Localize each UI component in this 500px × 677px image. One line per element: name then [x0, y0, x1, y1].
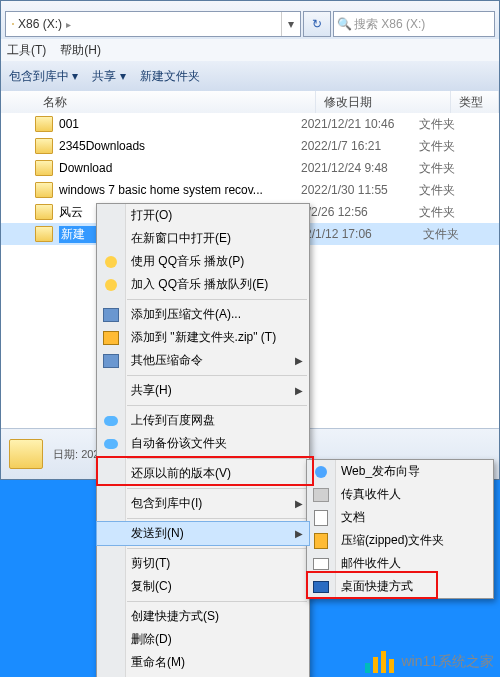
context-menu-item[interactable]: 剪切(T): [97, 552, 309, 575]
submenu-arrow-icon: ▶: [295, 385, 303, 396]
context-menu-item[interactable]: 其他压缩命令▶: [97, 349, 309, 372]
file-row[interactable]: 0012021/12/21 10:46文件夹: [1, 113, 499, 135]
status-date-label: 日期:: [53, 448, 78, 460]
menu-item-label: 自动备份该文件夹: [131, 435, 227, 452]
submenu-arrow-icon: ▶: [295, 528, 303, 539]
column-header-date[interactable]: 修改日期: [316, 91, 451, 113]
folder-icon: [35, 160, 53, 176]
send-to-item[interactable]: 传真收件人: [307, 483, 493, 506]
zipf-icon: [312, 532, 330, 550]
file-type: 文件夹: [423, 226, 499, 243]
menu-item-label: 发送到(N): [131, 525, 184, 542]
menu-item-label: 添加到 "新建文件夹.zip" (T): [131, 329, 276, 346]
file-date: 2/1/12 17:06: [305, 227, 423, 241]
menu-item-label: 打开(O): [131, 207, 172, 224]
submenu-arrow-icon: ▶: [295, 355, 303, 366]
address-history-dropdown[interactable]: ▾: [281, 12, 300, 36]
address-box[interactable]: X86 (X:) ▸ ▾: [5, 11, 301, 37]
folder-icon: [35, 204, 53, 220]
context-menu-item[interactable]: 自动备份该文件夹: [97, 432, 309, 455]
context-menu-item[interactable]: 创建快捷方式(S): [97, 605, 309, 628]
send-to-item[interactable]: Web_发布向导: [307, 460, 493, 483]
menu-separator: [127, 518, 307, 519]
mail-icon: [312, 555, 330, 573]
context-menu-item[interactable]: 添加到压缩文件(A)...: [97, 303, 309, 326]
context-menu-item[interactable]: 上传到百度网盘: [97, 409, 309, 432]
toolbar-new-folder[interactable]: 新建文件夹: [140, 68, 200, 85]
context-menu-item[interactable]: 添加到 "新建文件夹.zip" (T): [97, 326, 309, 349]
file-row[interactable]: windows 7 basic home system recov...2022…: [1, 179, 499, 201]
file-date: 2022/1/30 11:55: [301, 183, 419, 197]
context-menu-item[interactable]: 共享(H)▶: [97, 379, 309, 402]
watermark: win11系统之家: [365, 651, 494, 673]
menu-separator: [127, 405, 307, 406]
menu-separator: [127, 488, 307, 489]
search-input[interactable]: 🔍 搜索 X86 (X:): [333, 11, 495, 37]
submenu-arrow-icon: ▶: [295, 498, 303, 509]
column-header-name[interactable]: 名称: [1, 91, 316, 113]
folder-icon: [35, 182, 53, 198]
context-menu-item[interactable]: 使用 QQ音乐 播放(P): [97, 250, 309, 273]
book-icon: [102, 352, 120, 370]
desk-icon: [312, 578, 330, 596]
menu-item-label: 包含到库中(I): [131, 495, 202, 512]
send-to-item[interactable]: 压缩(zipped)文件夹: [307, 529, 493, 552]
menu-item-label: 在新窗口中打开(E): [131, 230, 231, 247]
folder-icon: [12, 23, 14, 25]
context-menu-item[interactable]: 删除(D): [97, 628, 309, 651]
column-headers: 名称 修改日期 类型: [1, 91, 499, 114]
toolbar: 包含到库中 ▾ 共享 ▾ 新建文件夹: [1, 61, 499, 92]
file-date: 2021/12/21 10:46: [301, 117, 419, 131]
file-name: windows 7 basic home system recov...: [59, 183, 301, 197]
zip-icon: [102, 329, 120, 347]
toolbar-share[interactable]: 共享 ▾: [92, 68, 125, 85]
context-menu-item[interactable]: 还原以前的版本(V): [97, 462, 309, 485]
menu-item-label: 桌面快捷方式: [341, 578, 413, 595]
qq-icon: [102, 253, 120, 271]
globe-icon: [312, 463, 330, 481]
file-row[interactable]: 2345Downloads2022/1/7 16:21文件夹: [1, 135, 499, 157]
menu-bar: 工具(T) 帮助(H): [1, 39, 499, 62]
toolbar-include-in-library[interactable]: 包含到库中 ▾: [9, 68, 78, 85]
menu-item-label: 添加到压缩文件(A)...: [131, 306, 241, 323]
menu-item-label: 其他压缩命令: [131, 352, 203, 369]
file-date: 2021/12/24 9:48: [301, 161, 419, 175]
menu-item-label: Web_发布向导: [341, 463, 420, 480]
context-menu-item[interactable]: 加入 QQ音乐 播放队列(E): [97, 273, 309, 296]
file-type: 文件夹: [419, 116, 499, 133]
book-icon: [102, 306, 120, 324]
context-menu-item[interactable]: 复制(C): [97, 575, 309, 598]
send-to-item[interactable]: 桌面快捷方式: [307, 575, 493, 598]
menu-item-label: 使用 QQ音乐 播放(P): [131, 253, 244, 270]
menu-item-label: 压缩(zipped)文件夹: [341, 532, 444, 549]
cloud-icon: [102, 435, 120, 453]
menu-separator: [127, 375, 307, 376]
file-name: 2345Downloads: [59, 139, 301, 153]
menu-tools[interactable]: 工具(T): [7, 42, 46, 59]
send-to-submenu[interactable]: Web_发布向导传真收件人文档压缩(zipped)文件夹邮件收件人桌面快捷方式: [306, 459, 494, 599]
send-to-item[interactable]: 文档: [307, 506, 493, 529]
file-name: 001: [59, 117, 301, 131]
menu-help[interactable]: 帮助(H): [60, 42, 101, 59]
send-to-item[interactable]: 邮件收件人: [307, 552, 493, 575]
menu-item-label: 重命名(M): [131, 654, 185, 671]
column-header-type[interactable]: 类型: [451, 91, 499, 113]
context-menu-item[interactable]: 包含到库中(I)▶: [97, 492, 309, 515]
address-crumb[interactable]: X86 (X:) ▸: [6, 17, 77, 31]
context-menu-item[interactable]: 重命名(M): [97, 651, 309, 674]
context-menu-item[interactable]: 打开(O): [97, 204, 309, 227]
folder-icon: [35, 138, 53, 154]
context-menu[interactable]: 打开(O)在新窗口中打开(E)使用 QQ音乐 播放(P)加入 QQ音乐 播放队列…: [96, 203, 310, 677]
chevron-right-icon[interactable]: ▸: [66, 19, 71, 30]
menu-item-label: 创建快捷方式(S): [131, 608, 219, 625]
file-date: 2/2/26 12:56: [301, 205, 419, 219]
refresh-button[interactable]: ↻: [303, 11, 331, 37]
file-row[interactable]: Download2021/12/24 9:48文件夹: [1, 157, 499, 179]
search-placeholder: 搜索 X86 (X:): [354, 16, 494, 33]
menu-item-label: 删除(D): [131, 631, 172, 648]
context-menu-item[interactable]: 在新窗口中打开(E): [97, 227, 309, 250]
menu-item-label: 剪切(T): [131, 555, 170, 572]
file-date: 2022/1/7 16:21: [301, 139, 419, 153]
menu-item-label: 加入 QQ音乐 播放队列(E): [131, 276, 268, 293]
context-menu-item[interactable]: 发送到(N)▶: [96, 521, 310, 546]
